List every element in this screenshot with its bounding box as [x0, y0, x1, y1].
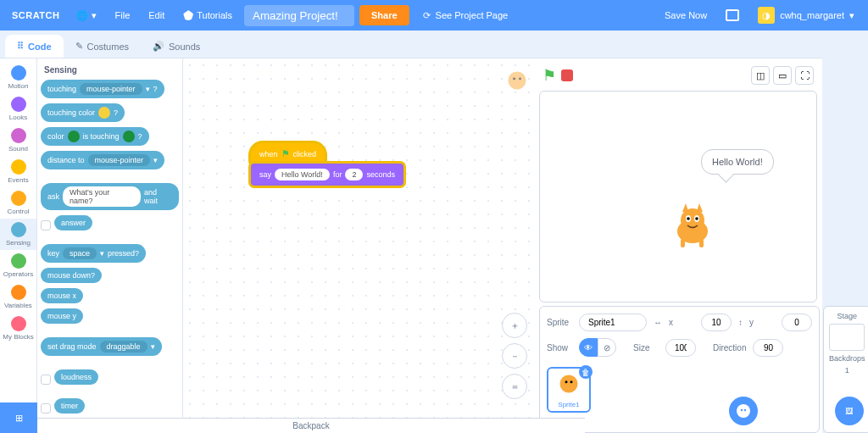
brush-icon: ✎: [75, 41, 83, 52]
see-project-page-button[interactable]: ⟳ See Project Page: [415, 7, 517, 25]
backpack-panel[interactable]: Backpack: [37, 418, 585, 433]
block-mouse-x[interactable]: mouse x: [41, 288, 83, 303]
category-motion[interactable]: Motion: [0, 62, 36, 93]
file-menu[interactable]: File: [108, 7, 137, 24]
svg-point-13: [560, 375, 578, 393]
language-menu[interactable]: 🌐 ▾: [70, 7, 103, 25]
block-say-for-seconds[interactable]: sayHello World!for2seconds: [251, 164, 403, 186]
block-color-touching[interactable]: coloris touching?: [41, 127, 149, 146]
stop-button[interactable]: [561, 69, 573, 81]
delete-sprite-button[interactable]: 🗑: [579, 365, 593, 379]
add-extension-button[interactable]: ⊞: [0, 402, 37, 433]
category-sensing[interactable]: Sensing: [0, 219, 36, 250]
sprite-name-input[interactable]: [579, 314, 647, 331]
my-stuff-button[interactable]: [719, 6, 746, 25]
menu-bar: SCRATCH 🌐 ▾ File Edit Tutorials Share ⟳ …: [0, 0, 868, 31]
svg-point-15: [570, 380, 573, 383]
block-loudness[interactable]: loudness: [54, 369, 98, 385]
category-sound[interactable]: Sound: [0, 125, 36, 156]
zoom-out-button[interactable]: －: [502, 343, 527, 369]
stage-thumb-panel: Stage Backdrops 1 🖼: [823, 306, 868, 433]
sprite-label: Sprite: [547, 318, 572, 327]
svg-point-14: [565, 380, 568, 383]
block-categories: Motion Looks Sound Events Control Sensin…: [0, 58, 37, 433]
svg-point-8: [687, 217, 690, 220]
add-backdrop-button[interactable]: 🖼: [835, 397, 864, 425]
svg-point-18: [744, 409, 746, 411]
add-sprite-button[interactable]: [729, 397, 758, 425]
sprite-size-input[interactable]: [665, 339, 696, 357]
save-now-button[interactable]: Save Now: [658, 7, 714, 24]
block-answer[interactable]: answer: [54, 215, 92, 230]
stage-thumbnail[interactable]: [829, 324, 865, 351]
stage[interactable]: Hello World!: [539, 91, 817, 303]
project-title-input[interactable]: [244, 5, 354, 26]
share-button[interactable]: Share: [359, 5, 409, 25]
small-stage-button[interactable]: ◫: [751, 66, 770, 85]
flag-icon: ⚑: [281, 148, 290, 159]
category-operators[interactable]: Operators: [0, 250, 36, 281]
script-stack[interactable]: when⚑clicked sayHello World!for2seconds: [251, 143, 403, 186]
fullscreen-button[interactable]: ⛶: [795, 66, 814, 85]
sprite-y-input[interactable]: [782, 314, 812, 331]
code-icon: ⠿: [17, 41, 24, 52]
category-events[interactable]: Events: [0, 156, 36, 187]
xy-arrows-icon: ↔: [654, 318, 662, 327]
tab-sounds[interactable]: 🔊 Sounds: [141, 35, 212, 58]
svg-point-2: [519, 78, 521, 80]
loudness-checkbox[interactable]: [41, 375, 51, 385]
svg-point-17: [741, 409, 743, 411]
timer-checkbox[interactable]: [41, 403, 51, 414]
speaker-icon: 🔊: [153, 41, 164, 52]
block-touching[interactable]: touchingmouse-pointer ▾ ?: [41, 80, 164, 98]
cat-sprite[interactable]: [667, 202, 718, 254]
sprite-info-panel: Sprite ↔ x ↕ y Show 👁: [539, 306, 820, 433]
script-workspace[interactable]: when⚑clicked sayHello World!for2seconds …: [183, 58, 539, 433]
tab-costumes[interactable]: ✎ Costumes: [64, 35, 142, 58]
sprite-x-input[interactable]: [701, 314, 732, 331]
tutorials-label: Tutorials: [197, 10, 232, 20]
category-myblocks[interactable]: My Blocks: [0, 313, 36, 344]
sprite-direction-input[interactable]: [753, 339, 783, 357]
block-ask[interactable]: askWhat's your name?and wait: [41, 183, 179, 210]
svg-point-16: [737, 404, 750, 418]
avatar-icon: ◑: [758, 7, 775, 24]
tab-code[interactable]: ⠿ Code: [5, 35, 64, 58]
block-distance-to[interactable]: distance tomouse-pointer ▾: [41, 151, 164, 169]
block-when-flag-clicked[interactable]: when⚑clicked: [251, 143, 325, 164]
stage-controls: ⚑ ◫ ▭ ⛶: [539, 64, 817, 87]
zoom-in-button[interactable]: ＋: [502, 313, 527, 338]
svg-marker-6: [696, 203, 703, 214]
account-menu[interactable]: ◑ cwhq_margaret ▾: [751, 3, 861, 27]
svg-marker-5: [682, 203, 689, 214]
category-looks[interactable]: Looks: [0, 93, 36, 125]
folder-icon: [726, 9, 739, 21]
block-set-drag-mode[interactable]: set drag modedraggable ▾: [41, 337, 162, 356]
block-key-pressed[interactable]: keyspace ▾ pressed?: [41, 244, 146, 263]
sprite-tile-sprite1[interactable]: 🗑 Sprite1: [547, 367, 591, 413]
green-flag-button[interactable]: ⚑: [542, 66, 556, 85]
show-sprite-button[interactable]: 👁: [579, 338, 598, 357]
category-variables[interactable]: Variables: [0, 281, 36, 313]
block-timer[interactable]: timer: [54, 398, 85, 414]
category-control[interactable]: Control: [0, 187, 36, 219]
svg-point-1: [513, 78, 515, 80]
block-mouse-y[interactable]: mouse y: [41, 308, 83, 324]
block-touching-color[interactable]: touching color?: [41, 103, 125, 122]
speech-bubble: Hello World!: [701, 149, 774, 175]
svg-rect-11: [681, 239, 685, 247]
svg-point-10: [695, 217, 698, 220]
expand-icon: ⟳: [423, 10, 431, 21]
lightbulb-icon: [183, 10, 193, 20]
large-stage-button[interactable]: ▭: [773, 66, 792, 85]
tutorials-button[interactable]: Tutorials: [176, 7, 239, 24]
y-arrow-icon: ↕: [738, 318, 743, 327]
scratch-logo[interactable]: SCRATCH: [7, 10, 64, 20]
palette-heading: Sensing: [41, 64, 179, 80]
answer-checkbox[interactable]: [41, 220, 51, 230]
zoom-reset-button[interactable]: ＝: [502, 374, 527, 399]
editor-tabs: ⠿ Code ✎ Costumes 🔊 Sounds: [0, 31, 822, 58]
edit-menu[interactable]: Edit: [142, 7, 171, 24]
hide-sprite-button[interactable]: ⊘: [598, 338, 616, 357]
block-mouse-down[interactable]: mouse down?: [41, 268, 102, 283]
